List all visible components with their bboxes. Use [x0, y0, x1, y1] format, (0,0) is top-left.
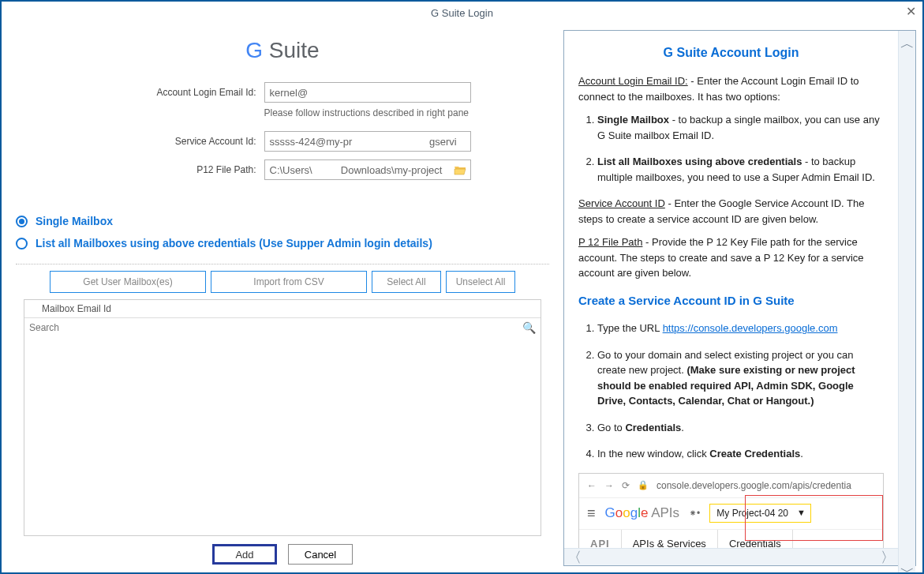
google-apis-logo: Google APIs: [605, 503, 680, 523]
radio-list-all[interactable]: List all Mailboxes using above credentia…: [16, 237, 549, 249]
scroll-left-icon[interactable]: 〈: [567, 548, 582, 567]
help-steps-list: Type the URL https://console.developers.…: [578, 321, 884, 462]
browse-folder-icon[interactable]: [452, 162, 468, 178]
mailbox-header: Mailbox Email Id: [24, 300, 541, 318]
scroll-up-icon[interactable]: ︿: [900, 34, 915, 53]
help-opt1-label: Single Mailbox: [597, 114, 669, 126]
add-button[interactable]: Add: [212, 544, 277, 565]
help-intro-label: Account Login Email ID:: [578, 75, 688, 87]
help-title: G Suite Account Login: [578, 43, 884, 62]
help-options-list: Single Mailbox - to backup a single mail…: [578, 112, 884, 185]
help-vertical-scrollbar[interactable]: ︿ ﹀: [898, 31, 915, 574]
email-hint: Please follow instructions described in …: [264, 106, 471, 118]
search-input[interactable]: [29, 320, 522, 336]
url-text: console.developers.google.com/apis/crede…: [657, 478, 875, 493]
forward-arrow-icon: →: [604, 478, 614, 493]
search-icon[interactable]: 🔍: [522, 321, 536, 334]
gsuite-logo: G Suite: [16, 38, 549, 63]
radio-single-label: Single Mailbox: [36, 215, 113, 227]
email-field[interactable]: [264, 82, 471, 103]
close-icon[interactable]: ✕: [906, 4, 916, 19]
email-label: Account Login Email Id:: [95, 87, 264, 98]
p12-field[interactable]: [264, 159, 471, 180]
back-arrow-icon: ←: [587, 478, 597, 493]
radio-single-mailbox[interactable]: Single Mailbox: [16, 215, 549, 227]
console-link[interactable]: https://console.developers.google.com: [663, 322, 838, 334]
reload-icon: ⟳: [622, 478, 630, 493]
service-label: Service Account Id:: [95, 136, 264, 147]
get-mailboxes-button[interactable]: Get User Mailbox(es): [50, 271, 206, 293]
help-horizontal-scrollbar[interactable]: 〈 〉: [564, 548, 898, 565]
p12-label: P12 File Path:: [95, 164, 264, 175]
project-dropdown: My Project-04 20 ▼: [709, 504, 811, 523]
titlebar: G Suite Login ✕: [2, 2, 922, 24]
help-panel: G Suite Account Login Account Login Emai…: [563, 30, 916, 566]
scroll-down-icon[interactable]: ﹀: [900, 562, 915, 574]
help-opt2-label: List all Mailboxes using above credentia…: [597, 156, 802, 167]
help-create-heading: Create a Service Account ID in G Suite: [578, 292, 884, 310]
radio-listall-label: List all Mailboxes using above credentia…: [36, 237, 432, 249]
select-all-button[interactable]: Select All: [372, 271, 441, 293]
import-csv-button[interactable]: Import from CSV: [211, 271, 367, 293]
service-field[interactable]: [264, 131, 471, 152]
caret-down-icon: ▼: [797, 506, 806, 520]
separator: [16, 264, 549, 264]
left-panel: G Suite Account Login Email Id: Please f…: [2, 24, 563, 572]
hamburger-icon: ≡: [587, 503, 596, 524]
scroll-right-icon[interactable]: 〉: [881, 548, 895, 567]
lock-icon: 🔒: [638, 478, 649, 492]
cancel-button[interactable]: Cancel: [288, 544, 353, 565]
window-title: G Suite Login: [431, 7, 493, 19]
help-p12-label: P 12 File Path: [578, 236, 642, 248]
unselect-all-button[interactable]: Unselect All: [446, 271, 515, 293]
help-svc-label: Service Account ID: [578, 197, 665, 209]
help-screenshot: ← → ⟳ 🔒 console.developers.google.com/ap…: [578, 473, 884, 558]
mailbox-list: Mailbox Email Id 🔍: [24, 299, 541, 536]
